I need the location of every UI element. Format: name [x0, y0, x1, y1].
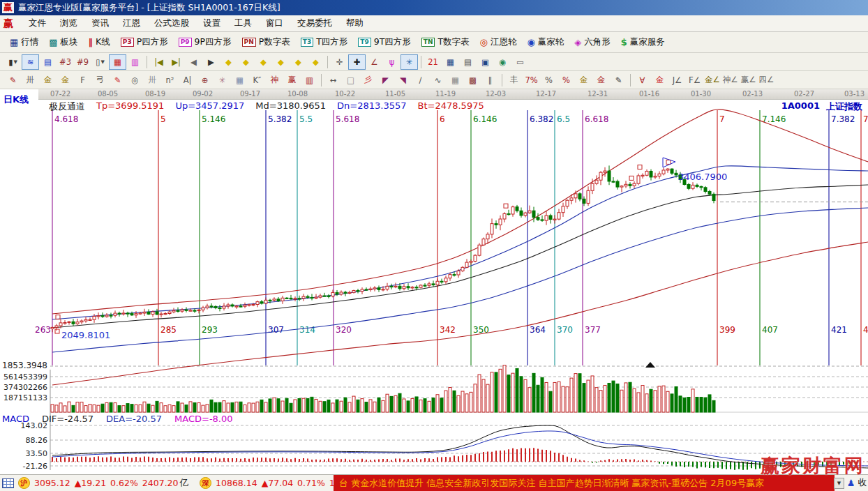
gold-angle-icon[interactable]: 金∠: [703, 73, 721, 88]
compass-target-icon[interactable]: ⊕: [196, 73, 214, 88]
k-marker-icon[interactable]: K″: [248, 73, 266, 88]
channel-overlay-icon[interactable]: ≋: [22, 54, 39, 70]
zigzag-wave-icon[interactable]: ∿: [429, 73, 447, 88]
n-square-icon[interactable]: n²: [161, 73, 179, 88]
zoom-diamond-all-icon[interactable]: ◆: [307, 54, 324, 70]
info-note-icon[interactable]: ▤: [39, 54, 57, 70]
angle-lines-icon[interactable]: ∕: [412, 73, 429, 88]
square-fan-icon[interactable]: ◥: [394, 73, 412, 88]
gold-grid-b-icon[interactable]: 金: [57, 73, 74, 88]
mirror-tool-icon[interactable]: A|: [179, 73, 196, 88]
menu-item-2[interactable]: 浏览: [53, 16, 84, 31]
zoom-diamond-x-icon[interactable]: ◆: [272, 54, 290, 70]
f-angle-icon[interactable]: F∠: [686, 73, 703, 88]
web-matrix-icon[interactable]: ▦: [231, 73, 248, 88]
price-grid-icon[interactable]: ▦: [447, 73, 464, 88]
spiral-tool-icon[interactable]: 弓: [91, 73, 109, 88]
scale-ruler-icon[interactable]: ▥: [301, 73, 318, 88]
collapse-button[interactable]: 收: [858, 477, 867, 489]
gold-section-circle-icon[interactable]: 金: [575, 73, 592, 88]
percent-retrace-icon[interactable]: %: [558, 73, 575, 88]
four-angle-icon[interactable]: 四∠: [757, 73, 775, 88]
nav-first-icon[interactable]: |◀: [150, 54, 167, 70]
menu-item-7[interactable]: 工具: [227, 16, 259, 31]
gann-fan-icon[interactable]: ψ: [383, 54, 401, 70]
gold-underline-icon[interactable]: 金: [651, 73, 668, 88]
gold-grid-a-icon[interactable]: 金: [39, 73, 57, 88]
sectors-button[interactable]: ▩板块: [45, 35, 82, 50]
shen-marker-icon[interactable]: 神: [266, 73, 283, 88]
kline-button[interactable]: ‖K线: [84, 35, 114, 50]
menu-item-10[interactable]: 帮助: [339, 16, 371, 31]
brush-note-icon[interactable]: ✎: [610, 73, 627, 88]
calculator-icon[interactable]: ▦: [442, 54, 459, 70]
fan-rays-icon[interactable]: 彡: [359, 73, 377, 88]
t9-square-button[interactable]: T99T四方形: [354, 35, 415, 50]
menu-item-4[interactable]: 江恩: [116, 16, 147, 31]
nav-next-icon[interactable]: ▶: [202, 54, 220, 70]
nav-prev-icon[interactable]: ◀: [185, 54, 202, 70]
bars-9-icon[interactable]: #9: [74, 54, 91, 70]
quotes-button[interactable]: ▦行情: [6, 35, 43, 50]
news-ticker[interactable]: 台 黄金水道价值提升 信息安全新政引发国际关注 自主国产趋势日渐清晰 赢家资讯-…: [334, 475, 835, 491]
gann-wheel-button[interactable]: ◎江恩轮: [476, 35, 521, 50]
win-angle-icon[interactable]: 赢∠: [740, 73, 758, 88]
fan-square-icon[interactable]: ◤: [377, 73, 394, 88]
menu-item-5[interactable]: 公式选股: [147, 16, 196, 31]
pc-link-icon[interactable]: ▭: [511, 54, 529, 70]
zoom-diamond-h-icon[interactable]: ◆: [255, 54, 272, 70]
crosshair-icon[interactable]: ✚: [348, 54, 366, 70]
winner-service-button[interactable]: $赢家服务: [617, 35, 669, 50]
memo-icon[interactable]: ▤: [459, 54, 477, 70]
nav-last-icon[interactable]: ▶|: [167, 54, 185, 70]
menu-item-3[interactable]: 资讯: [84, 16, 116, 31]
candle-picker-icon[interactable]: ▯▼: [91, 54, 109, 70]
zoom-diamond-star-icon[interactable]: ◆: [290, 54, 307, 70]
smart-analysis-icon[interactable]: ✳: [401, 54, 418, 70]
t-square-button[interactable]: T3T四方形: [297, 35, 352, 50]
grid-mini-icon[interactable]: 卅: [144, 73, 161, 88]
win-marker-icon[interactable]: 赢: [283, 73, 301, 88]
ticker-dropdown-icon[interactable]: ▼: [834, 478, 844, 489]
t-number-table-button[interactable]: TNT数字表: [417, 35, 474, 50]
menu-item-6[interactable]: 设置: [196, 16, 227, 31]
shen-angle-icon[interactable]: 神∠: [721, 73, 740, 88]
market-grid-icon[interactable]: [2, 478, 14, 488]
percent-tool-icon[interactable]: %: [540, 73, 558, 88]
user-icon[interactable]: ♟: [847, 478, 855, 488]
time-cycle-icon[interactable]: ◎: [126, 73, 144, 88]
h-span-icon[interactable]: ↔: [324, 73, 342, 88]
save-icon[interactable]: ▣: [477, 54, 494, 70]
f-grid-icon[interactable]: F: [74, 73, 91, 88]
title-bar[interactable]: 赢 赢家江恩专业版[赢家服务平台] - [上证指数 SH1A0001-167日K…: [0, 0, 868, 15]
menu-item-9[interactable]: 交易委托: [290, 16, 339, 31]
angle-measure-icon[interactable]: ∠: [366, 54, 383, 70]
winner-wheel-button[interactable]: ◉赢家轮: [523, 35, 568, 50]
parallel-channel-icon[interactable]: ∥: [481, 73, 499, 88]
chart-area[interactable]: 07-2208-0508-1909-0209-1710-0810-2211-05…: [0, 89, 868, 474]
j-angle-icon[interactable]: J∠: [668, 73, 686, 88]
p9-square-button[interactable]: P99P四方形: [174, 35, 236, 50]
time-grid-icon[interactable]: ▩: [464, 73, 481, 88]
zoom-diamond-right-icon[interactable]: ◆: [237, 54, 255, 70]
menu-item-8[interactable]: 窗口: [259, 16, 290, 31]
red-marker-icon[interactable]: ✎: [109, 73, 126, 88]
draw-pen-icon[interactable]: ✎: [4, 73, 22, 88]
menu-item-1[interactable]: 文件: [22, 16, 53, 31]
hand-pan-icon[interactable]: ✛: [331, 54, 348, 70]
calendar-21-icon[interactable]: 21: [424, 54, 442, 70]
zoom-diamond-left-icon[interactable]: ◆: [220, 54, 237, 70]
cup-pattern-icon[interactable]: ∀: [634, 73, 651, 88]
export-web-icon[interactable]: ◉: [494, 54, 511, 70]
pattern-grid-icon[interactable]: ▦: [109, 54, 126, 70]
gold-section-line-icon[interactable]: 金: [592, 73, 610, 88]
kline-style-picker-icon[interactable]: ▮▼: [4, 54, 22, 70]
color-histogram-icon[interactable]: ▥: [126, 54, 144, 70]
rect-select-icon[interactable]: □: [342, 73, 359, 88]
hexagon-button[interactable]: ◈六角形: [570, 35, 615, 50]
p-number-table-button[interactable]: PNP数字表: [238, 35, 294, 50]
p-square-button[interactable]: P3P四方形: [117, 35, 172, 50]
gann-ruler-icon[interactable]: 卅: [22, 73, 39, 88]
levels-tool-icon[interactable]: 丰: [505, 73, 523, 88]
percent-zone-icon[interactable]: 7%: [523, 73, 540, 88]
